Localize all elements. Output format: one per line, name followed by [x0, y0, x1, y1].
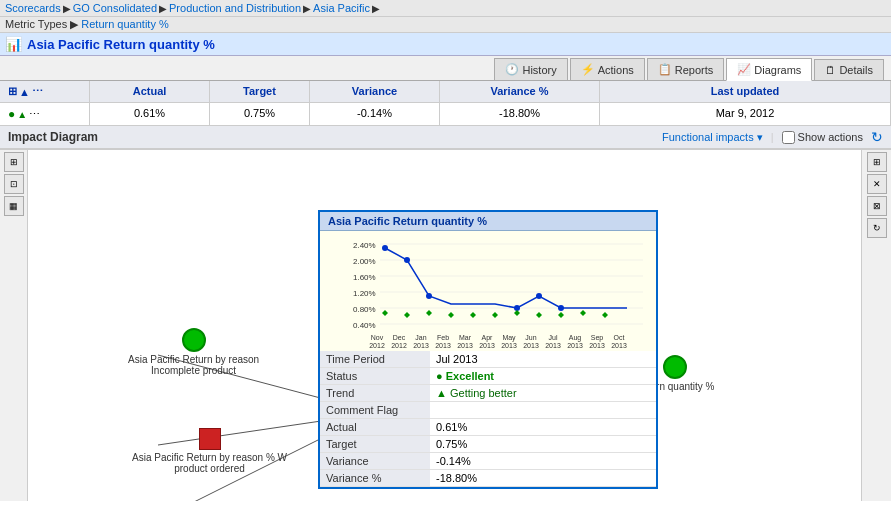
svg-text:Feb: Feb: [437, 334, 449, 341]
comment-flag-value: [430, 402, 656, 419]
refresh-icon[interactable]: ↻: [871, 129, 883, 145]
status-value: ● Excellent: [430, 368, 656, 385]
svg-point-21: [536, 293, 542, 299]
sort-icon[interactable]: ▲: [19, 86, 30, 98]
grid-icon[interactable]: ⊞: [8, 85, 17, 98]
options-dots[interactable]: ⋯: [29, 108, 40, 121]
breadcrumb-scorecards[interactable]: Scorecards: [5, 2, 61, 14]
show-actions-label: Show actions: [782, 131, 863, 144]
green-circle-status: ●: [8, 107, 15, 121]
popup-row-comment-flag: Comment Flag: [320, 402, 656, 419]
tab-diagrams-label: Diagrams: [754, 64, 801, 76]
data-header-row: ⊞ ▲ ⋯ Actual Target Variance Variance % …: [0, 81, 891, 103]
svg-marker-24: [404, 312, 410, 318]
svg-point-17: [382, 245, 388, 251]
popup-data-table: Time Period Jul 2013 Status ● Excellent …: [320, 351, 656, 487]
tab-actions[interactable]: ⚡ Actions: [570, 58, 645, 80]
svg-text:2013: 2013: [501, 342, 517, 349]
show-actions-checkbox[interactable]: [782, 131, 795, 144]
right-toolbar-icon-4[interactable]: ↻: [867, 218, 887, 238]
breadcrumb-asia-pacific[interactable]: Asia Pacific: [313, 2, 370, 14]
popup-actual-value: 0.61%: [430, 419, 656, 436]
right-toolbar-icon-3[interactable]: ⊠: [867, 196, 887, 216]
popup-variance-value: -0.14%: [430, 453, 656, 470]
target-value: 0.75%: [210, 103, 310, 125]
svg-marker-25: [426, 310, 432, 316]
breadcrumb-production[interactable]: Production and Distribution: [169, 2, 301, 14]
icon-controls: ⊞ ▲ ⋯: [0, 81, 90, 102]
svg-text:2013: 2013: [413, 342, 429, 349]
svg-text:Mar: Mar: [459, 334, 472, 341]
svg-marker-30: [536, 312, 542, 318]
svg-text:2013: 2013: [567, 342, 583, 349]
tab-diagrams[interactable]: 📈 Diagrams: [726, 58, 812, 81]
more-icon[interactable]: ⋯: [32, 85, 43, 98]
popup-row-trend: Trend ▲ Getting better: [320, 385, 656, 402]
last-updated-header: Last updated: [600, 81, 891, 102]
svg-text:Dec: Dec: [393, 334, 406, 341]
title-bar: 📊 Asia Pacific Return quantity %: [0, 33, 891, 56]
tab-details[interactable]: 🗒 Details: [814, 59, 884, 80]
trend-up-indicator: ▲: [17, 109, 27, 120]
time-period-value: Jul 2013: [430, 351, 656, 368]
actual-value: 0.61%: [90, 103, 210, 125]
divider: |: [771, 131, 774, 143]
node-incomplete-circle: [182, 328, 206, 352]
data-table: ⊞ ▲ ⋯ Actual Target Variance Variance % …: [0, 81, 891, 126]
toolbar-icon-1[interactable]: ⊞: [4, 152, 24, 172]
node-return-qty-circle: [663, 355, 687, 379]
status-icons: ● ▲ ⋯: [0, 103, 90, 125]
popup-row-target: Target 0.75%: [320, 436, 656, 453]
popup-chart-title: Asia Pacific Return quantity %: [320, 212, 656, 231]
breadcrumb-go-consolidated[interactable]: GO Consolidated: [73, 2, 157, 14]
svg-marker-29: [514, 310, 520, 316]
svg-text:Jun: Jun: [525, 334, 536, 341]
svg-text:2013: 2013: [479, 342, 495, 349]
return-quantity-link[interactable]: Return quantity %: [81, 18, 168, 30]
node-ordered-square: [199, 428, 221, 450]
diagrams-icon: 📈: [737, 63, 751, 76]
svg-text:Sep: Sep: [591, 334, 604, 342]
popup-row-variance: Variance -0.14%: [320, 453, 656, 470]
status-green-dot: ●: [436, 370, 443, 382]
trend-text: Getting better: [450, 387, 517, 399]
right-toolbar-icon-2[interactable]: ✕: [867, 174, 887, 194]
tab-history[interactable]: 🕐 History: [494, 58, 567, 80]
svg-text:Jan: Jan: [415, 334, 426, 341]
popup-row-actual: Actual 0.61%: [320, 419, 656, 436]
toolbar-icon-2[interactable]: ⊡: [4, 174, 24, 194]
variance-pct-header: Variance %: [440, 81, 600, 102]
svg-text:2013: 2013: [545, 342, 561, 349]
popup-row-status: Status ● Excellent: [320, 368, 656, 385]
title-icon: 📊: [5, 36, 22, 52]
tab-reports-label: Reports: [675, 64, 714, 76]
toolbar-icon-3[interactable]: ▦: [4, 196, 24, 216]
right-toolbar-icon-1[interactable]: ⊞: [867, 152, 887, 172]
node-ordered: Asia Pacific Return by reason % Wproduct…: [132, 428, 287, 474]
svg-text:0.80%: 0.80%: [353, 305, 376, 314]
svg-text:Apr: Apr: [482, 334, 494, 342]
node-ordered-label: Asia Pacific Return by reason % Wproduct…: [132, 452, 287, 474]
trend-label: Trend: [320, 385, 430, 402]
popup-target-value: 0.75%: [430, 436, 656, 453]
breadcrumb-arrow-2: ▶: [159, 3, 167, 14]
svg-text:2.00%: 2.00%: [353, 257, 376, 266]
status-label: Status: [320, 368, 430, 385]
svg-text:0.40%: 0.40%: [353, 321, 376, 330]
node-incomplete-label: Asia Pacific Return by reasonIncomplete …: [128, 354, 259, 376]
svg-point-18: [404, 257, 410, 263]
svg-text:Nov: Nov: [371, 334, 384, 341]
tab-reports[interactable]: 📋 Reports: [647, 58, 725, 80]
functional-impacts-dropdown[interactable]: Functional impacts ▾: [662, 131, 763, 144]
diagram-area: Asia Pacific Return by reason %Complaint…: [28, 150, 861, 501]
last-updated-value: Mar 9, 2012: [600, 103, 891, 125]
popup-row-time-period: Time Period Jul 2013: [320, 351, 656, 368]
tab-actions-label: Actions: [598, 64, 634, 76]
impact-diagram-header: Impact Diagram Functional impacts ▾ | Sh…: [0, 126, 891, 149]
svg-marker-27: [470, 312, 476, 318]
popup-chart-area: 2.40% 2.00% 1.60% 1.20% 0.80% 0.40%: [320, 231, 656, 351]
svg-text:2012: 2012: [369, 342, 385, 349]
svg-point-22: [558, 305, 564, 311]
metric-types-row: Metric Types ▶ Return quantity %: [0, 17, 891, 33]
svg-text:2.40%: 2.40%: [353, 241, 376, 250]
